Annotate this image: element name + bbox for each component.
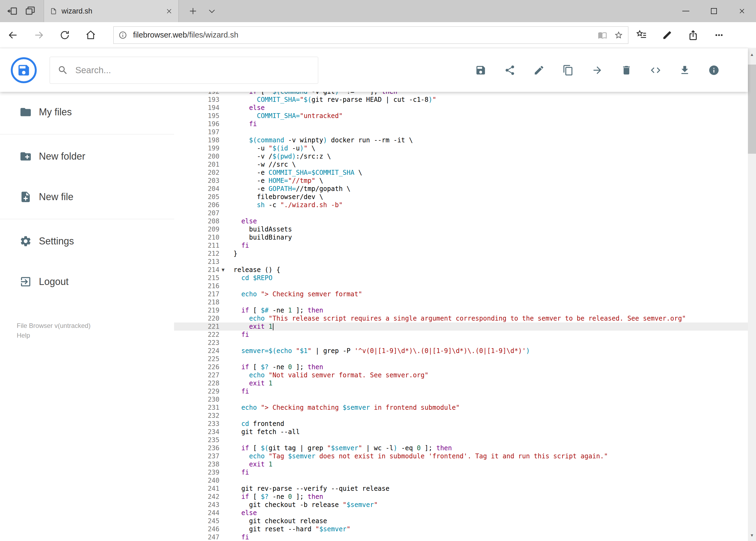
code-line[interactable]: 240 bbox=[174, 476, 748, 485]
filebrowser-logo[interactable] bbox=[11, 57, 37, 83]
copy-button[interactable] bbox=[559, 57, 577, 84]
code-line[interactable]: 212} bbox=[174, 250, 748, 258]
scrollbar-thumb[interactable] bbox=[748, 65, 756, 154]
add-favorite-star-icon[interactable] bbox=[614, 31, 623, 40]
code-line[interactable]: 215 cd $REPO bbox=[174, 274, 748, 282]
code-line[interactable]: 223 bbox=[174, 339, 748, 347]
code-line[interactable]: 237 echo "Tag $semver does not exist in … bbox=[174, 452, 748, 460]
annotate-button[interactable] bbox=[654, 22, 680, 48]
hub-favorites-button[interactable] bbox=[629, 22, 654, 48]
code-line[interactable]: 200 -v /$(pwd):/src:z \ bbox=[174, 152, 748, 161]
tab-close-icon[interactable] bbox=[166, 8, 172, 15]
code-line[interactable]: 236 if [ $(git tag | grep "$semver" | wc… bbox=[174, 444, 748, 452]
code-line[interactable]: 204 -e GOPATH=//tmp/gopath \ bbox=[174, 185, 748, 193]
code-line[interactable]: 222 fi bbox=[174, 330, 748, 339]
code-line[interactable]: 219 if [ $# -ne 1 ]; then bbox=[174, 306, 748, 314]
code-line[interactable]: 210 buildBinary bbox=[174, 234, 748, 242]
code-line[interactable]: 244 else bbox=[174, 509, 748, 517]
code-line[interactable]: 247 fi bbox=[174, 533, 748, 541]
help-link[interactable]: Help bbox=[17, 330, 174, 340]
code-line[interactable]: 217 echo "> Checking semver format" bbox=[174, 290, 748, 298]
code-line[interactable]: 228 exit 1 bbox=[174, 379, 748, 387]
rename-button[interactable] bbox=[530, 57, 548, 84]
code-line[interactable]: 218 bbox=[174, 298, 748, 306]
code-line[interactable]: 225 bbox=[174, 355, 748, 363]
code-line[interactable]: 197 bbox=[174, 128, 748, 136]
tabs-set-aside-icon[interactable] bbox=[25, 6, 36, 16]
code-line[interactable]: 199 -u "$(id -u)" \ bbox=[174, 144, 748, 152]
code-line[interactable]: 229 fi bbox=[174, 387, 748, 395]
code-line[interactable]: 194 else bbox=[174, 104, 748, 112]
tab-preview-chevron-icon[interactable] bbox=[207, 6, 216, 16]
code-line[interactable]: 214▾release () { bbox=[174, 266, 748, 274]
vertical-scrollbar[interactable]: ▲ ▼ bbox=[748, 48, 756, 541]
code-line[interactable]: 231 echo "> Checking matching $semver in… bbox=[174, 403, 748, 412]
info-button[interactable] bbox=[705, 57, 723, 84]
code-line[interactable]: 207 bbox=[174, 209, 748, 217]
forward-button[interactable] bbox=[26, 22, 52, 48]
code-line[interactable]: 202 -e COMMIT_SHA=$COMMIT_SHA \ bbox=[174, 169, 748, 177]
code-line[interactable]: 243 git checkout -b release "$semver" bbox=[174, 501, 748, 509]
code-line[interactable]: 227 echo "Not valid semver format. See s… bbox=[174, 371, 748, 379]
sidebar-item-settings[interactable]: Settings bbox=[0, 221, 174, 262]
home-button[interactable] bbox=[78, 22, 104, 48]
code-line[interactable]: 196 fi bbox=[174, 120, 748, 128]
download-button[interactable] bbox=[675, 57, 694, 84]
code-line[interactable]: 221 exit 1 bbox=[174, 322, 748, 330]
code-line[interactable]: 245 git checkout release bbox=[174, 517, 748, 525]
refresh-button[interactable] bbox=[52, 22, 78, 48]
code-line[interactable]: 246 git reset --hard "$semver" bbox=[174, 525, 748, 533]
code-line[interactable]: 213 bbox=[174, 258, 748, 266]
code-line[interactable]: 205 filebrowser/dev \ bbox=[174, 193, 748, 201]
save-button[interactable] bbox=[471, 57, 490, 84]
minimize-button[interactable] bbox=[672, 0, 700, 22]
back-button[interactable] bbox=[0, 22, 26, 48]
code-line[interactable]: 230 bbox=[174, 395, 748, 403]
move-button[interactable] bbox=[588, 57, 607, 84]
code-line[interactable]: 238 exit 1 bbox=[174, 460, 748, 468]
code-line[interactable]: 235 bbox=[174, 436, 748, 444]
address-bar[interactable]: filebrowser.web/files/wizard.sh bbox=[114, 26, 629, 44]
code-line[interactable]: 208 else bbox=[174, 217, 748, 225]
site-info-icon[interactable] bbox=[119, 31, 127, 39]
scroll-down-arrow-icon[interactable]: ▼ bbox=[748, 529, 756, 541]
code-line[interactable]: 203 -e HOME="//tmp" \ bbox=[174, 177, 748, 185]
sidebar-item-new-folder[interactable]: New folder bbox=[0, 136, 174, 177]
delete-button[interactable] bbox=[617, 57, 635, 84]
code-line[interactable]: 234 git fetch --all bbox=[174, 428, 748, 436]
code-line[interactable]: 233 cd frontend bbox=[174, 420, 748, 428]
sidebar-item-logout[interactable]: Logout bbox=[0, 262, 174, 302]
code-line[interactable]: 216 bbox=[174, 282, 748, 290]
code-line[interactable]: 201 -w //src \ bbox=[174, 161, 748, 169]
code-line[interactable]: 226 if [ $? -ne 0 ]; then bbox=[174, 363, 748, 371]
more-options-button[interactable] bbox=[706, 22, 732, 48]
code-editor[interactable]: 192 if [ "$(command -v git)" != "" ]; th… bbox=[174, 92, 748, 541]
code-line[interactable]: 232 bbox=[174, 412, 748, 420]
code-line[interactable]: 206 sh -c "./wizard.sh -b" bbox=[174, 201, 748, 209]
new-tab-button[interactable] bbox=[188, 6, 197, 16]
share-page-button[interactable] bbox=[680, 22, 706, 48]
close-window-button[interactable] bbox=[728, 0, 756, 22]
code-line[interactable]: 239 fi bbox=[174, 468, 748, 476]
code-line[interactable]: 242 if [ $? -ne 0 ]; then bbox=[174, 493, 748, 501]
scroll-up-arrow-icon[interactable]: ▲ bbox=[748, 48, 756, 60]
fold-marker-icon[interactable]: ▾ bbox=[219, 266, 233, 274]
search-input[interactable] bbox=[75, 65, 318, 76]
code-line[interactable]: 192 if [ "$(command -v git)" != "" ]; th… bbox=[174, 92, 748, 96]
code-line[interactable]: 224 semver=$(echo "$1" | grep -P '^v(0|[… bbox=[174, 347, 748, 355]
set-tabs-aside-icon[interactable] bbox=[7, 6, 18, 16]
maximize-button[interactable] bbox=[700, 0, 728, 22]
reading-view-icon[interactable] bbox=[598, 31, 607, 40]
sidebar-item-my-files[interactable]: My files bbox=[0, 92, 174, 132]
code-line[interactable]: 193 COMMIT_SHA="$(git rev-parse HEAD | c… bbox=[174, 96, 748, 104]
sidebar-item-new-file[interactable]: New file bbox=[0, 177, 174, 217]
code-line[interactable]: 211 fi bbox=[174, 242, 748, 250]
code-line[interactable]: 241 git rev-parse --verify --quiet relea… bbox=[174, 485, 748, 493]
browser-tab[interactable]: wizard.sh bbox=[44, 0, 179, 22]
code-line[interactable]: 195 COMMIT_SHA="untracked" bbox=[174, 112, 748, 120]
code-line[interactable]: 209 buildAssets bbox=[174, 225, 748, 234]
code-line[interactable]: 220 echo "This release script requires a… bbox=[174, 314, 748, 322]
code-line[interactable]: 198 $(command -v winpty) docker run --rm… bbox=[174, 136, 748, 144]
share-button[interactable] bbox=[501, 57, 519, 84]
code-button[interactable] bbox=[646, 57, 665, 84]
